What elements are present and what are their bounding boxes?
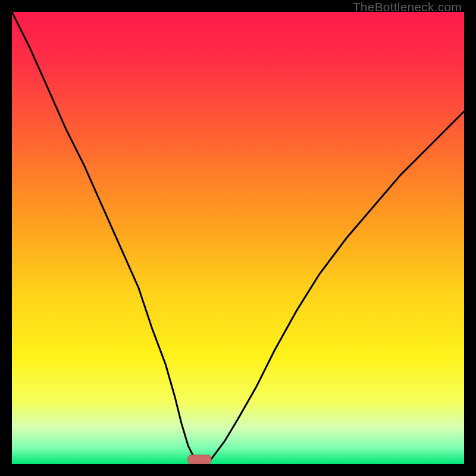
watermark-text: TheBottleneck.com: [353, 0, 462, 14]
optimal-marker: [188, 455, 212, 464]
chart-frame: [12, 12, 464, 464]
gradient-background: [12, 12, 464, 464]
bottleneck-plot: [12, 12, 464, 464]
